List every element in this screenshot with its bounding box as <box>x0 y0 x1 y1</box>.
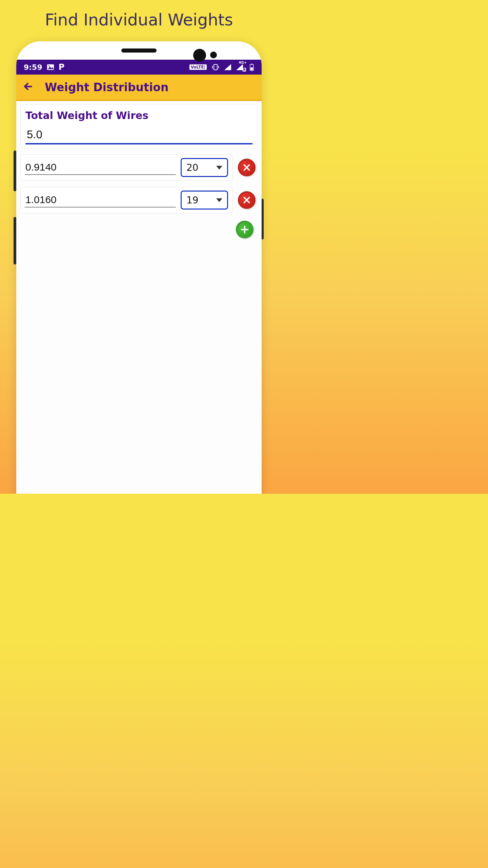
back-button[interactable] <box>22 81 34 94</box>
wire-value-input[interactable] <box>25 193 176 208</box>
total-weight-input[interactable] <box>25 126 252 144</box>
add-row-button[interactable] <box>236 221 253 238</box>
svg-rect-7 <box>251 64 252 64</box>
wire-gauge-select[interactable]: 20 <box>181 158 228 177</box>
delete-row-button[interactable] <box>238 191 256 209</box>
svg-point-2 <box>48 65 49 66</box>
wire-gauge-value: 19 <box>186 195 199 206</box>
signal-icon <box>224 64 231 70</box>
phone-side-button <box>14 151 16 191</box>
phone-notch <box>16 41 262 60</box>
wire-gauge-select[interactable]: 19 <box>181 191 228 210</box>
total-weight-card: Total Weight of Wires <box>20 104 258 148</box>
status-bar: 9:59 P VoLTE¦ 4G+ R <box>16 60 262 75</box>
page-title: Weight Distribution <box>45 81 168 94</box>
plus-icon <box>240 225 249 234</box>
promo-title: Find Individual Weights <box>0 0 278 36</box>
screen-content: Total Weight of Wires 20 19 <box>16 101 262 494</box>
svg-marker-4 <box>224 64 231 70</box>
total-weight-label: Total Weight of Wires <box>25 110 252 121</box>
battery-icon <box>249 63 254 71</box>
close-icon <box>242 163 251 172</box>
phone-frame: 9:59 P VoLTE¦ 4G+ R Weight Distribution … <box>16 41 262 494</box>
delete-row-button[interactable] <box>238 159 256 176</box>
status-time: 9:59 <box>24 63 42 72</box>
app-bar: Weight Distribution <box>16 75 262 101</box>
p-icon: P <box>59 62 65 72</box>
chevron-down-icon <box>216 166 222 170</box>
signal-roaming-icon: 4G+ R <box>236 64 245 70</box>
wire-value-input[interactable] <box>25 160 176 175</box>
svg-rect-8 <box>251 67 253 70</box>
phone-side-button <box>14 217 16 264</box>
wire-row: 20 <box>20 154 258 181</box>
wire-row: 19 <box>20 187 258 213</box>
svg-marker-5 <box>236 64 243 70</box>
close-icon <box>242 196 251 204</box>
picture-icon <box>47 64 54 70</box>
chevron-down-icon <box>216 198 222 202</box>
svg-rect-3 <box>214 64 217 70</box>
vibrate-icon <box>211 64 220 71</box>
wire-gauge-value: 20 <box>186 162 199 173</box>
volte-chip: VoLTE¦ <box>189 64 207 70</box>
